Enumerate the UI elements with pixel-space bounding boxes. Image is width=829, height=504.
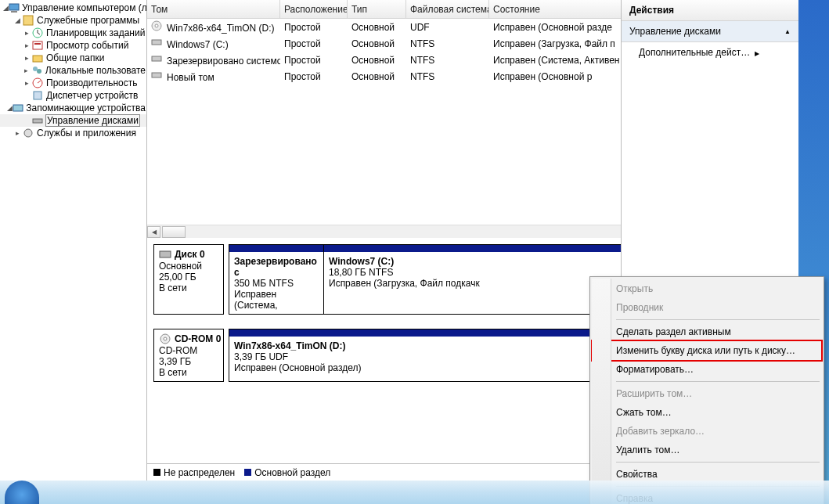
disk-sub: В сети [159, 283, 222, 293]
hdd-icon [151, 37, 164, 49]
col-volume[interactable]: Том [147, 0, 280, 18]
tree-label: Планировщик заданий [45, 27, 146, 38]
cell: Простой [280, 38, 348, 49]
disk-icon [159, 248, 171, 261]
col-layout[interactable]: Расположение [280, 0, 348, 18]
disk-sub: CD-ROM [159, 345, 222, 356]
nav-tree: ◢ Управление компьютером (ло ◢ Служебные… [0, 0, 147, 481]
chevron-right-icon: ▶ [755, 50, 759, 57]
ctx-explorer[interactable]: Проводник [593, 298, 821, 317]
disk-sub: 3,39 ГБ [159, 356, 222, 367]
tree-label: Общие папки [45, 52, 105, 63]
tree-item-task-scheduler[interactable]: ▸Планировщик заданий [0, 27, 146, 39]
device-manager-icon [31, 89, 44, 102]
cell: Win7x86-x64_TimON (D:) [167, 23, 275, 34]
ctx-add-mirror[interactable]: Добавить зеркало… [593, 422, 821, 441]
svg-rect-0 [9, 4, 19, 10]
partition-size: 350 МБ NTFS [234, 278, 319, 289]
services-icon [22, 127, 34, 139]
scroll-left-button[interactable]: ◀ [147, 226, 160, 238]
tree-item-performance[interactable]: ▸Производительность [0, 77, 146, 89]
tree-label: Управление компьютером (ло [21, 2, 147, 13]
svg-rect-4 [33, 41, 42, 49]
cell: Windows7 (C:) [167, 39, 229, 50]
ctx-delete[interactable]: Удалить том… [593, 441, 821, 459]
cd-icon [151, 20, 164, 33]
svg-rect-19 [160, 251, 171, 257]
svg-point-13 [24, 129, 32, 137]
tree-root[interactable]: ◢ Управление компьютером (ло [0, 2, 146, 14]
cell: Основной [348, 71, 406, 82]
computer-icon [9, 2, 20, 14]
disk-header[interactable]: CD-ROM 0 CD-ROM 3,39 ГБ В сети [153, 329, 224, 382]
storage-icon [13, 102, 23, 114]
svg-rect-11 [13, 105, 23, 111]
tree-label: Служебные программы [36, 15, 140, 26]
svg-rect-16 [152, 40, 161, 45]
tree-group-storage[interactable]: ◢Запоминающие устройства [0, 102, 146, 114]
cell: Простой [280, 71, 348, 82]
disk-sub: Основной [159, 261, 222, 272]
taskbar[interactable] [0, 481, 829, 504]
cell: NTFS [406, 71, 489, 82]
tree-group-system-tools[interactable]: ◢ Служебные программы [0, 14, 146, 27]
tree-item-shared-folders[interactable]: ▸Общие папки [0, 52, 146, 64]
ctx-shrink[interactable]: Сжать том… [593, 403, 821, 422]
col-type[interactable]: Тип [348, 0, 406, 18]
col-fs[interactable]: Файловая система [406, 0, 489, 18]
tools-icon [22, 14, 34, 27]
separator [616, 381, 820, 382]
ctx-extend[interactable]: Расширить том… [593, 384, 821, 403]
partition-name: Зарезервировано с [234, 256, 319, 278]
svg-point-8 [37, 69, 41, 74]
cell: Простой [280, 55, 348, 66]
hdd-icon [151, 53, 164, 66]
disk-sub: В сети [159, 367, 222, 378]
context-menu: Открыть Проводник Сделать раздел активны… [589, 276, 824, 504]
tree-item-event-viewer[interactable]: ▸Просмотр событий [0, 39, 146, 52]
partition-state: Исправен (Система, [234, 289, 319, 311]
separator [616, 319, 820, 320]
tree-item-local-users[interactable]: ▸Локальные пользовате [0, 64, 146, 77]
disk-header[interactable]: Диск 0 Основной 25,00 ГБ В сети [153, 244, 224, 315]
cell: Основной [348, 22, 406, 33]
cell: UDF [406, 22, 489, 33]
ctx-make-active[interactable]: Сделать раздел активным [593, 322, 821, 341]
legend-label: Не распределен [164, 467, 235, 478]
svg-rect-10 [34, 92, 41, 99]
tree-item-disk-management[interactable]: ▸Управление дисками [0, 114, 146, 127]
ctx-format[interactable]: Форматировать… [593, 360, 821, 379]
tree-item-device-manager[interactable]: ▸Диспетчер устройств [0, 89, 146, 102]
users-icon [31, 64, 43, 77]
tree-label: Запоминающие устройства [25, 103, 146, 113]
actions-section-label: Управление дисками [629, 26, 721, 37]
svg-rect-6 [33, 56, 42, 62]
collapse-icon[interactable]: ▲ [784, 28, 791, 35]
partition[interactable]: Зарезервировано с 350 МБ NTFS Исправен (… [229, 245, 323, 314]
actions-more-label: Дополнительные дейст… [639, 47, 750, 58]
tree-group-services[interactable]: ▸Службы и приложения [0, 127, 146, 139]
svg-rect-12 [33, 119, 42, 123]
event-viewer-icon [31, 39, 44, 52]
svg-point-7 [33, 67, 38, 71]
svg-rect-5 [34, 43, 41, 45]
legend-label: Основной раздел [254, 467, 330, 478]
performance-icon [31, 77, 44, 89]
actions-section[interactable]: Управление дисками ▲ [622, 21, 798, 42]
tree-label: Просмотр событий [45, 40, 129, 51]
tree-label: Диспетчер устройств [45, 90, 139, 101]
scroll-thumb[interactable] [162, 226, 186, 238]
svg-point-21 [164, 337, 167, 340]
hdd-icon [151, 70, 164, 82]
disk-title: CD-ROM 0 [175, 333, 221, 344]
cell: NTFS [406, 38, 489, 49]
ctx-change-drive-letter[interactable]: Изменить букву диска или путь к диску… [593, 341, 821, 360]
actions-more[interactable]: Дополнительные дейст…▶ [622, 42, 798, 63]
svg-rect-2 [23, 16, 33, 25]
ctx-open[interactable]: Открыть [593, 279, 821, 298]
svg-rect-18 [152, 73, 161, 77]
clock-icon [31, 27, 44, 39]
disk-management-icon [31, 114, 44, 127]
actions-header: Действия [622, 0, 798, 21]
shared-folder-icon [31, 52, 44, 64]
